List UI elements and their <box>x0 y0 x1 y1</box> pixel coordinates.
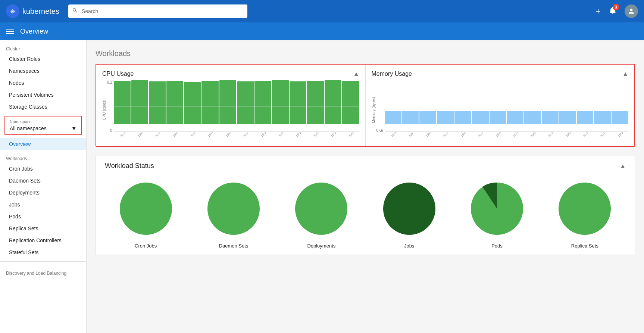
mem-bar <box>524 111 541 124</box>
cpu-bar <box>184 82 201 124</box>
pods-circle <box>467 179 527 239</box>
sidebar-item-pods[interactable]: Pods <box>0 211 86 222</box>
discovery-section-label: Discovery and Load Balancing <box>0 265 86 277</box>
cpu-collapse-button[interactable]: ▲ <box>353 71 359 77</box>
app-logo[interactable]: ⎈ kubernetes <box>6 4 59 18</box>
cpu-x-label: 10:49 <box>239 133 256 140</box>
circle-item-replica-sets: Replica Sets <box>555 179 615 249</box>
jobs-circle <box>379 179 439 239</box>
memory-collapse-button[interactable]: ▲ <box>622 71 628 77</box>
svg-point-2 <box>120 183 172 235</box>
mem-bar <box>577 111 594 124</box>
circle-item-deployments: Deployments <box>291 179 351 249</box>
menu-button[interactable] <box>6 27 14 35</box>
cpu-bar <box>290 81 306 124</box>
sidebar: Cluster Cluster Roles Namespaces Nodes P… <box>0 40 87 333</box>
sidebar-item-replica-sets[interactable]: Replica Sets <box>0 222 86 234</box>
cpu-x-label: 10:46 <box>187 133 204 140</box>
mem-x-label: 10:43 <box>404 133 422 140</box>
circle-item-daemon-sets: Daemon Sets <box>204 179 263 249</box>
search-icon <box>72 7 78 15</box>
sidebar-item-daemon-sets[interactable]: Daemon Sets <box>0 175 86 187</box>
add-button[interactable]: + <box>595 7 601 16</box>
circle-item-jobs: Jobs <box>379 179 439 249</box>
svg-point-4 <box>295 183 347 235</box>
workload-status-card: Workload Status ▲ Cron Jobs Daemon Sets <box>96 156 635 255</box>
user-avatar[interactable] <box>625 4 638 18</box>
cpu-x-label: 10:43 <box>134 133 151 140</box>
mem-bar <box>472 111 489 124</box>
search-bar[interactable] <box>68 4 247 18</box>
circle-item-cron-jobs: Cron Jobs <box>116 179 176 249</box>
sidebar-item-jobs[interactable]: Jobs <box>0 199 86 211</box>
mem-x-label: 10:51 <box>544 133 562 140</box>
mem-bar <box>419 111 436 124</box>
mem-bar <box>402 111 419 124</box>
kubernetes-icon: ⎈ <box>6 4 19 18</box>
overview-bar: Overview <box>0 22 644 40</box>
sidebar-item-stateful-sets[interactable]: Stateful Sets <box>0 246 86 258</box>
cpu-x-label: 10:51 <box>274 133 291 140</box>
cpu-x-label: 10:42 <box>116 133 134 140</box>
namespace-selector[interactable]: Namespace All namespaces ▼ <box>4 116 82 135</box>
topbar-actions: + 3 <box>595 4 638 18</box>
cpu-y-axis-label: CPU (cores) <box>102 100 106 120</box>
status-header: Workload Status ▲ <box>105 162 626 170</box>
circle-label-replica-sets: Replica Sets <box>571 243 598 249</box>
circle-label-cron-jobs: Cron Jobs <box>135 243 157 249</box>
sidebar-item-cluster-roles[interactable]: Cluster Roles <box>0 53 86 65</box>
mem-x-label: 10:50 <box>527 133 544 140</box>
cpu-x-label: 10:54 <box>327 133 344 140</box>
cpu-bar <box>307 81 324 124</box>
search-input[interactable] <box>68 4 247 18</box>
cpu-bar <box>272 80 289 124</box>
status-collapse-button[interactable]: ▲ <box>620 163 626 169</box>
cpu-bar <box>166 81 183 124</box>
cpu-bar <box>219 80 236 124</box>
sidebar-item-deployments[interactable]: Deployments <box>0 187 86 199</box>
circle-label-jobs: Jobs <box>404 243 414 249</box>
circle-label-deployments: Deployments <box>307 243 335 249</box>
daemon-sets-circle <box>204 179 263 239</box>
mem-bar <box>437 111 454 124</box>
sidebar-item-cron-jobs[interactable]: Cron Jobs <box>0 163 86 175</box>
sidebar-item-replication-controllers[interactable]: Replication Controllers <box>0 234 86 246</box>
sidebar-item-namespaces[interactable]: Namespaces <box>0 65 86 77</box>
memory-y-axis-label: Memory (bytes) <box>372 97 376 123</box>
namespace-value: All namespaces <box>10 125 47 131</box>
status-title: Workload Status <box>105 162 154 170</box>
cpu-bar <box>325 80 341 124</box>
sidebar-item-overview[interactable]: Overview <box>0 138 86 150</box>
memory-chart-header: Memory Usage ▲ <box>372 71 629 77</box>
cpu-chart-header: CPU Usage ▲ <box>102 71 359 77</box>
circle-label-daemon-sets: Daemon Sets <box>219 243 248 249</box>
cpu-x-label: 10:45 <box>169 133 186 140</box>
cpu-bar <box>114 81 131 124</box>
status-circles: Cron Jobs Daemon Sets Deployments <box>105 179 626 249</box>
cpu-y-max: 0.2 <box>107 80 112 84</box>
cpu-bar <box>201 81 218 124</box>
mem-x-label: 10:52 <box>562 133 579 140</box>
mem-bar <box>454 111 471 124</box>
sidebar-item-nodes[interactable]: Nodes <box>0 77 86 89</box>
notifications-button[interactable]: 3 <box>608 6 617 16</box>
sidebar-item-persistent-volumes[interactable]: Persistent Volumes <box>0 89 86 101</box>
mem-bar <box>490 111 506 124</box>
cpu-x-label: 10:47 <box>204 133 221 140</box>
cpu-bar <box>237 81 254 124</box>
mem-x-label: 10:49 <box>509 133 526 140</box>
workloads-section-label: Workloads <box>0 150 86 163</box>
cpu-x-label: 10:53 <box>310 133 327 140</box>
mem-x-label: 10:46 <box>457 133 474 140</box>
svg-point-3 <box>207 183 260 235</box>
cpu-y-min: 0 <box>110 128 112 133</box>
mem-bar <box>594 111 611 124</box>
chevron-down-icon: ▼ <box>71 125 76 131</box>
cpu-bar <box>149 81 166 124</box>
namespace-dropdown[interactable]: All namespaces ▼ <box>10 125 76 131</box>
mem-bar <box>542 111 559 124</box>
app-name: kubernetes <box>22 7 59 16</box>
sidebar-item-storage-classes[interactable]: Storage Classes <box>0 101 86 113</box>
cluster-section-label: Cluster <box>0 40 86 53</box>
memory-chart-card: Memory Usage ▲ Memory (bytes) 0 Gi <box>366 65 635 146</box>
